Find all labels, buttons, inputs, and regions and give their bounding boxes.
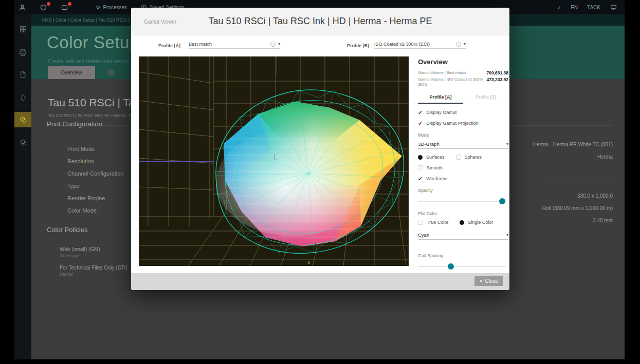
wireframe-checkbox[interactable]: ✓ Wireframe — [418, 176, 508, 181]
display-gamut-projection-checkbox[interactable]: ✓ Display Gamut Projection — [418, 121, 508, 126]
policy-item[interactable]: Web (small) (GM) — [60, 246, 100, 252]
profile-a-select[interactable]: Best match i ▾ — [189, 40, 280, 49]
radio-unselected-icon — [418, 220, 423, 225]
modal-footer: × Close — [131, 273, 509, 290]
info-icon[interactable]: i — [270, 42, 276, 47]
policy-item[interactable]: For Technical Files Only (STI) — [60, 265, 127, 271]
volume-label: Gamut Volume | Best match — [418, 70, 483, 75]
chevron-down-icon: ▾ — [506, 233, 508, 237]
processes-button[interactable]: ⟳ Processes — [96, 5, 127, 10]
chevron-down-icon: ▾ — [464, 42, 466, 46]
axis-label-l: L — [273, 153, 278, 162]
checkbox-unchecked-icon — [418, 165, 423, 170]
wireframe-label: Wireframe — [426, 176, 448, 181]
color-policies-title: Color Policies — [47, 226, 87, 234]
cfg-item-color-mode[interactable]: Color Mode — [67, 207, 97, 214]
profile-b-label: Profile [B] — [347, 43, 369, 48]
close-icon: × — [480, 278, 483, 284]
display-gamut-checkbox[interactable]: ✓ Display Gamut — [418, 110, 508, 115]
profile-tabs: Profile [A] Profile [B] — [418, 92, 508, 104]
language-selector[interactable]: EN — [571, 5, 578, 10]
notifications-icon[interactable] — [40, 4, 47, 11]
value-substrate-name: Herma - Herma PE White TC (001) — [533, 142, 613, 147]
gamut-volume-row: Gamut Volume | ISO Coated v2 300% (ECI) … — [418, 77, 508, 87]
help-circle-icon[interactable] — [107, 69, 115, 76]
sidebar-item-settings[interactable] — [14, 135, 31, 150]
sidebar-item-printers[interactable] — [14, 44, 31, 60]
slider-thumb[interactable] — [448, 263, 454, 270]
sidebar-item-jobs[interactable] — [14, 22, 31, 37]
sidebar-item-files[interactable] — [14, 67, 31, 82]
cfg-item-channel-configuration[interactable]: Channel Configuration — [67, 170, 123, 177]
user-avatar-icon[interactable] — [19, 4, 26, 11]
single-color-select[interactable]: Cyan ▾ — [418, 230, 508, 240]
spheres-label: Spheres — [465, 155, 482, 160]
checkmark-icon: ✓ — [418, 121, 423, 126]
modal-title: Tau 510 RSCi | Tau RSC Ink | HD | Herma … — [131, 16, 509, 27]
smooth-checkbox[interactable]: Smooth — [418, 165, 508, 170]
volume-value: 709,631.38 — [486, 70, 508, 75]
sidebar-item-ink[interactable] — [14, 89, 31, 105]
close-button[interactable]: × Close — [474, 276, 503, 286]
profile-b-select[interactable]: ISO Coated v2 300% (ECI) i ▾ — [374, 40, 466, 49]
spheres-radio[interactable]: Spheres — [456, 155, 482, 160]
true-color-label: True Color — [427, 220, 448, 225]
grid-icon — [19, 25, 27, 33]
gamut-3d-plot[interactable]: L a — [139, 56, 409, 266]
policy-item-sub: Coverage — [60, 253, 80, 258]
gamut-controls-panel: Overview Gamut Volume | Best match 709,6… — [418, 58, 508, 270]
axis-label-a: a — [307, 260, 310, 265]
gear-icon — [19, 138, 27, 146]
sidebar-item-color-setup[interactable] — [14, 112, 31, 127]
printer-icon — [19, 48, 27, 56]
cfg-item-type[interactable]: Type — [67, 183, 80, 189]
true-color-radio[interactable]: True Color — [418, 220, 448, 225]
radio-unselected-icon — [456, 155, 461, 160]
value-thickness: 3.40 mm — [593, 218, 613, 223]
droplet-icon — [20, 93, 27, 101]
grid-spacing-label: Grid Spacing — [418, 253, 508, 258]
tab-overview[interactable]: Overview — [48, 66, 95, 79]
checkmark-icon: ✓ — [418, 110, 423, 115]
display-icon[interactable] — [610, 4, 617, 11]
chevron-down-icon: ▾ — [506, 142, 508, 146]
smooth-label: Smooth — [427, 165, 443, 170]
processes-label: Processes — [103, 5, 127, 10]
tab-profile-b[interactable]: Profile [B] — [463, 92, 508, 104]
mode-label: Mode — [418, 132, 508, 138]
setup-heading-sub: Tau 510 RSCi | Tau RSC Ink | HD | Herma … — [48, 113, 141, 118]
volume-value: 473,233.92 — [486, 77, 508, 87]
slider-track — [418, 266, 506, 267]
surfaces-label: Surfaces — [426, 155, 445, 160]
color-setup-icon — [19, 116, 27, 124]
slider-track — [418, 201, 506, 202]
cfg-item-resolution[interactable]: Resolution — [67, 158, 94, 164]
tab-profile-a[interactable]: Profile [A] — [418, 92, 463, 104]
mode-value: 3D-Graph — [418, 141, 506, 147]
info-icon[interactable]: i — [456, 42, 461, 47]
setup-heading: Tau 510 RSCi | Tau — [48, 97, 140, 109]
refresh-icon: ⟳ — [96, 5, 100, 10]
cfg-item-render-engine[interactable]: Render Engine — [67, 195, 105, 201]
message-badge — [68, 2, 71, 6]
single-color-label: Single Color — [468, 220, 493, 225]
user-name[interactable]: TACK — [587, 5, 600, 10]
overview-title: Overview — [418, 58, 508, 66]
check-icon[interactable]: ✓ — [557, 5, 561, 10]
messages-icon[interactable] — [61, 4, 68, 11]
cfg-item-print-mode[interactable]: Print Mode — [67, 146, 95, 152]
volume-label: Gamut Volume | ISO Coated v2 300% (ECI) — [418, 77, 483, 87]
value-dimensions: 330.0 x 1,000.0 — [577, 193, 613, 199]
single-color-radio[interactable]: Single Color — [460, 220, 493, 225]
single-color-value: Cyan — [418, 232, 506, 238]
radio-selected-icon — [418, 155, 423, 160]
slider-thumb[interactable] — [499, 198, 505, 204]
profile-a-value: Best match — [189, 42, 270, 47]
profile-a-label: Profile [A] — [158, 43, 180, 48]
opacity-slider[interactable] — [418, 198, 508, 204]
grid-spacing-slider[interactable] — [418, 263, 508, 270]
opacity-label: Opacity — [418, 188, 508, 193]
policy-item-sub: Diecut — [60, 272, 73, 277]
mode-select[interactable]: 3D-Graph ▾ — [418, 139, 508, 149]
surfaces-radio[interactable]: Surfaces — [418, 155, 445, 160]
